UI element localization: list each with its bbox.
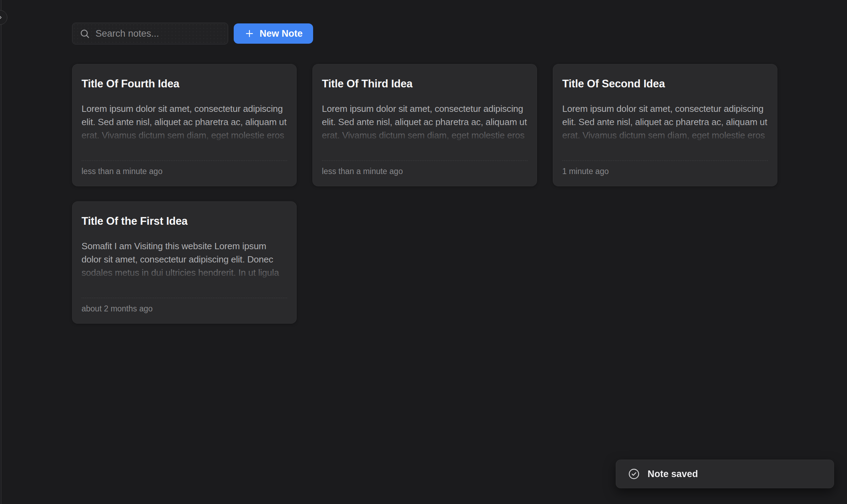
note-preview: Lorem ipsum dolor sit amet, consectetur … [82, 102, 287, 142]
toast-message: Note saved [648, 469, 698, 480]
note-title: Title Of Fourth Idea [82, 76, 287, 92]
note-timestamp: less than a minute ago [82, 167, 162, 176]
note-preview: Lorem ipsum dolor sit amet, consectetur … [322, 102, 528, 142]
note-title: Title Of the First Idea [82, 214, 287, 229]
note-timestamp: about 2 months ago [82, 304, 153, 313]
new-note-button[interactable]: New Note [234, 23, 313, 44]
search-icon [79, 28, 90, 39]
note-preview: Somafit I am Visiting this website Lorem… [82, 239, 287, 281]
note-footer: less than a minute ago [322, 160, 528, 176]
note-footer: less than a minute ago [82, 160, 287, 176]
main-content: New Note Title Of Fourth Idea Lorem ipsu… [0, 0, 847, 324]
note-card[interactable]: Title Of Third Idea Lorem ipsum dolor si… [312, 64, 537, 186]
sidebar-edge-divider [1, 0, 1, 504]
note-preview: Lorem ipsum dolor sit amet, consectetur … [562, 102, 768, 142]
notes-grid: Title Of Fourth Idea Lorem ipsum dolor s… [72, 64, 777, 324]
note-footer: 1 minute ago [562, 160, 768, 176]
topbar: New Note [72, 23, 777, 44]
plus-icon [244, 28, 255, 39]
note-title: Title Of Third Idea [322, 76, 528, 92]
note-timestamp: less than a minute ago [322, 167, 403, 176]
note-footer: about 2 months ago [82, 298, 287, 314]
toast-notification: Note saved [616, 460, 834, 488]
note-timestamp: 1 minute ago [562, 167, 609, 176]
note-title: Title Of Second Idea [562, 76, 768, 92]
note-card[interactable]: Title Of Fourth Idea Lorem ipsum dolor s… [72, 64, 297, 186]
search-input[interactable] [72, 23, 228, 44]
note-card[interactable]: Title Of the First Idea Somafit I am Vis… [72, 201, 297, 324]
chevron-right-icon [0, 14, 4, 21]
note-card[interactable]: Title Of Second Idea Lorem ipsum dolor s… [553, 64, 777, 186]
check-circle-icon [628, 468, 640, 480]
new-note-button-label: New Note [260, 28, 303, 39]
search-box [72, 23, 228, 44]
